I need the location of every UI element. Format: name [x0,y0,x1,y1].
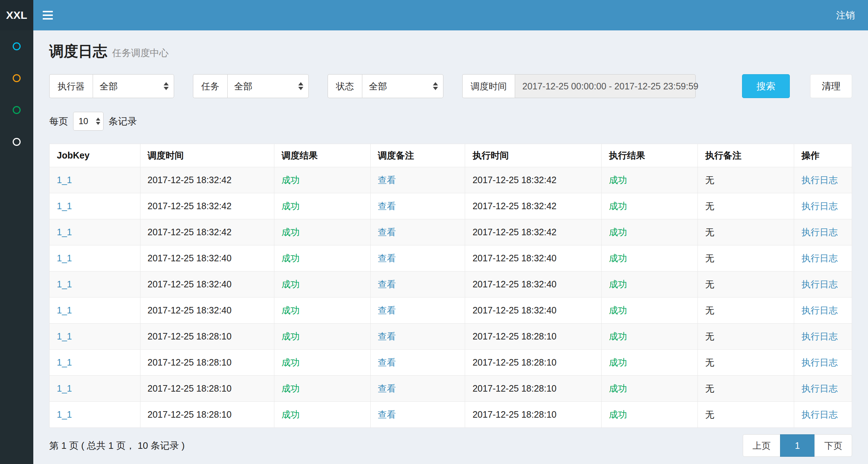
column-header: 调度结果 [274,144,370,167]
job-filter-group: 任务 全部 [193,74,309,98]
search-button[interactable]: 搜索 [742,74,790,98]
exec-result-cell: 成功 [609,357,627,367]
per-page-suffix: 条记录 [109,115,137,128]
logout-link[interactable]: 注销 [823,0,868,30]
time-range-input[interactable]: 2017-12-25 00:00:00 - 2017-12-25 23:59:5… [515,74,696,98]
per-page-control: 每页 10 条记录 [49,112,852,131]
next-page-button[interactable]: 下页 [814,434,852,457]
exec-log-link[interactable]: 执行日志 [801,253,838,263]
exec-log-link[interactable]: 执行日志 [801,331,838,341]
navbar-main: 注销 [33,0,868,30]
prev-page-button[interactable]: 上页 [743,434,780,457]
job-key-link[interactable]: 1_1 [57,409,72,419]
page-summary: 第 1 页 ( 总共 1 页， 10 条记录 ) [49,439,185,452]
log-table-body: 1_12017-12-25 18:32:42成功查看2017-12-25 18:… [50,167,852,428]
dispatch-result-cell: 成功 [282,175,300,185]
exec-time-cell: 2017-12-25 18:32:42 [472,201,556,211]
exec-log-link[interactable]: 执行日志 [801,383,838,393]
circle-icon [13,74,21,82]
sidebar-item-2[interactable] [0,62,33,94]
top-navbar: XXL 注销 [0,0,868,30]
job-key-link[interactable]: 1_1 [57,383,72,393]
clear-button[interactable]: 清理 [810,74,852,98]
view-remark-link[interactable]: 查看 [378,253,396,263]
exec-result-cell: 成功 [609,279,627,289]
table-row: 1_12017-12-25 18:32:40成功查看2017-12-25 18:… [50,245,852,271]
exec-time-cell: 2017-12-25 18:28:10 [472,383,556,393]
dispatch-time-cell: 2017-12-25 18:28:10 [148,409,232,419]
column-header: 执行备注 [698,144,794,167]
per-page-select[interactable]: 10 [73,112,104,131]
view-remark-link[interactable]: 查看 [378,227,396,237]
exec-result-cell: 成功 [609,253,627,263]
dispatch-time-cell: 2017-12-25 18:32:42 [148,201,232,211]
exec-result-cell: 成功 [609,331,627,341]
sidebar-menu [0,30,33,464]
executor-select[interactable]: 全部 [93,74,174,98]
column-header: 调度备注 [370,144,465,167]
view-remark-link[interactable]: 查看 [378,409,396,419]
exec-result-cell: 成功 [609,201,627,211]
status-select[interactable]: 全部 [362,74,443,98]
circle-icon [13,138,21,146]
exec-log-link[interactable]: 执行日志 [801,201,838,211]
column-header: 操作 [794,144,852,167]
sidebar-toggle-icon[interactable] [33,0,62,30]
job-key-link[interactable]: 1_1 [57,227,72,237]
dispatch-time-cell: 2017-12-25 18:32:42 [148,227,232,237]
job-select[interactable]: 全部 [227,74,309,98]
exec-result-cell: 成功 [609,305,627,315]
job-key-link[interactable]: 1_1 [57,331,72,341]
view-remark-link[interactable]: 查看 [378,357,396,367]
job-key-link[interactable]: 1_1 [57,201,72,211]
job-key-link[interactable]: 1_1 [57,175,72,185]
page-header: 调度日志 任务调度中心 [49,41,852,61]
view-remark-link[interactable]: 查看 [378,383,396,393]
sidebar-item-3[interactable] [0,94,33,126]
app-logo[interactable]: XXL [0,0,33,30]
exec-remark-cell: 无 [705,383,714,393]
exec-log-link[interactable]: 执行日志 [801,175,838,185]
table-row: 1_12017-12-25 18:32:40成功查看2017-12-25 18:… [50,271,852,298]
exec-remark-cell: 无 [705,227,714,237]
exec-log-link[interactable]: 执行日志 [801,279,838,289]
table-footer: 第 1 页 ( 总共 1 页， 10 条记录 ) 上页 1 下页 [49,434,852,457]
circle-icon [13,106,21,114]
view-remark-link[interactable]: 查看 [378,279,396,289]
sidebar-item-1[interactable] [0,30,33,62]
exec-log-link[interactable]: 执行日志 [801,409,838,419]
view-remark-link[interactable]: 查看 [378,305,396,315]
job-key-link[interactable]: 1_1 [57,253,72,263]
dispatch-result-cell: 成功 [282,357,300,367]
view-remark-link[interactable]: 查看 [378,175,396,185]
exec-log-link[interactable]: 执行日志 [801,305,838,315]
exec-time-cell: 2017-12-25 18:32:40 [472,305,556,315]
log-table-head-row: JobKey调度时间调度结果调度备注执行时间执行结果执行备注操作 [50,144,852,167]
exec-log-link[interactable]: 执行日志 [801,357,838,367]
dispatch-time-cell: 2017-12-25 18:28:10 [148,357,232,367]
dispatch-time-cell: 2017-12-25 18:28:10 [148,331,232,341]
exec-log-link[interactable]: 执行日志 [801,227,838,237]
job-key-link[interactable]: 1_1 [57,279,72,289]
table-row: 1_12017-12-25 18:32:42成功查看2017-12-25 18:… [50,167,852,193]
select-arrows-icon [433,82,438,90]
view-remark-link[interactable]: 查看 [378,331,396,341]
job-filter-label: 任务 [193,74,227,98]
filter-bar: 执行器 全部 任务 全部 状态 全部 调度时间 2017-12-25 00:00… [49,74,852,98]
dispatch-result-cell: 成功 [282,201,300,211]
column-header: 执行结果 [602,144,698,167]
page-number-button[interactable]: 1 [780,434,815,457]
exec-result-cell: 成功 [609,383,627,393]
exec-remark-cell: 无 [705,279,714,289]
time-filter-group: 调度时间 2017-12-25 00:00:00 - 2017-12-25 23… [462,74,696,98]
job-key-link[interactable]: 1_1 [57,305,72,315]
job-key-link[interactable]: 1_1 [57,357,72,367]
dispatch-time-cell: 2017-12-25 18:32:40 [148,279,232,289]
table-row: 1_12017-12-25 18:28:10成功查看2017-12-25 18:… [50,324,852,350]
select-arrows-icon [298,82,303,90]
exec-remark-cell: 无 [705,305,714,315]
exec-time-cell: 2017-12-25 18:28:10 [472,357,556,367]
sidebar-item-4[interactable] [0,126,33,158]
status-filter-group: 状态 全部 [328,74,443,98]
view-remark-link[interactable]: 查看 [378,201,396,211]
